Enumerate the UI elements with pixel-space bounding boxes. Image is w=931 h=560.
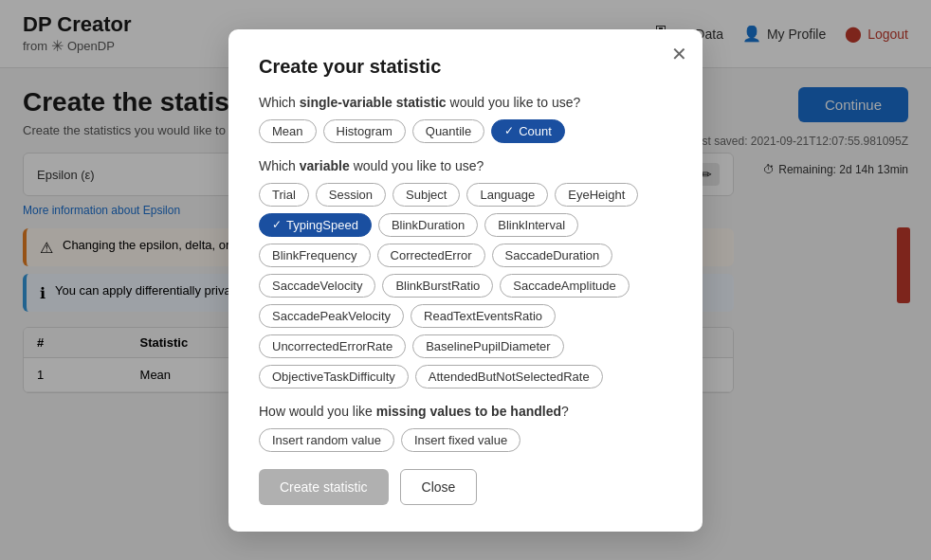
missing-pill-group: Insert random valueInsert fixed value [259,428,672,452]
stat-pill-histogram[interactable]: Histogram [323,119,406,143]
variable-pill-blinkburstratio[interactable]: BlinkBurstRatio [382,274,493,298]
missing-question-label: How would you like missing values to be … [259,404,672,419]
variable-pill-blinkfrequency[interactable]: BlinkFrequency [259,244,371,267]
statistic-pill-group: MeanHistogramQuantile✓ Count [259,119,672,143]
variable-pill-correctederror[interactable]: CorrectedError [377,244,485,267]
stat-pill-quantile[interactable]: Quantile [412,119,484,143]
variable-pill-trial[interactable]: Trial [259,183,309,207]
variable-pill-typingspeed[interactable]: ✓ TypingSpeed [259,213,372,237]
variable-pill-session[interactable]: Session [316,183,386,207]
statistic-question-label: Which single-variable statistic would yo… [259,95,672,110]
variable-pill-blinkduration[interactable]: BlinkDuration [378,213,478,237]
modal-footer: Create statistic Close [259,469,672,505]
variable-pill-baselinepupildiameter[interactable]: BaselinePupilDiameter [412,334,564,358]
variable-pill-saccadepeakvelocity[interactable]: SaccadePeakVelocity [259,304,404,328]
variable-pill-language[interactable]: Language [466,183,548,207]
variable-pill-saccadeduration[interactable]: SaccadeDuration [492,244,613,267]
stat-pill-count[interactable]: ✓ Count [491,119,565,143]
missing-pill-insert-random-value[interactable]: Insert random value [259,428,394,452]
modal: ✕ Create your statistic Which single-var… [228,29,703,532]
variable-pill-readtexteventsratio[interactable]: ReadTextEventsRatio [411,304,556,328]
create-statistic-button[interactable]: Create statistic [259,469,389,505]
variable-bold: variable [300,158,350,173]
statistic-bold: single-variable statistic [300,95,447,110]
variable-rest: would you like to use? [354,158,484,173]
variable-pill-blinkinterval[interactable]: BlinkInterval [484,213,578,237]
variable-pill-saccadeamplitude[interactable]: SaccadeAmplitude [500,274,629,298]
variable-pill-attendedbutnotselectedrate[interactable]: AttendedButNotSelectedRate [415,365,603,388]
statistic-rest: would you like to use? [450,95,581,110]
variable-pill-eyeheight[interactable]: EyeHeight [555,183,638,207]
missing-pill-insert-fixed-value[interactable]: Insert fixed value [401,428,520,452]
modal-close-button[interactable]: ✕ [671,43,687,65]
modal-close-btn[interactable]: Close [400,469,478,505]
variable-pill-subject[interactable]: Subject [392,183,460,207]
variable-pill-saccadevelocity[interactable]: SaccadeVelocity [259,274,375,298]
modal-title: Create your statistic [259,56,672,78]
modal-overlay: ✕ Create your statistic Which single-var… [0,0,931,560]
variable-pill-group: TrialSessionSubjectLanguageEyeHeight✓ Ty… [259,183,672,388]
variable-pill-uncorrectederrorrate[interactable]: UncorrectedErrorRate [259,334,406,358]
variable-pill-objectivetaskdifficulty[interactable]: ObjectiveTaskDifficulty [259,365,409,388]
variable-question-label: Which variable would you like to use? [259,158,672,173]
stat-pill-mean[interactable]: Mean [259,119,317,143]
